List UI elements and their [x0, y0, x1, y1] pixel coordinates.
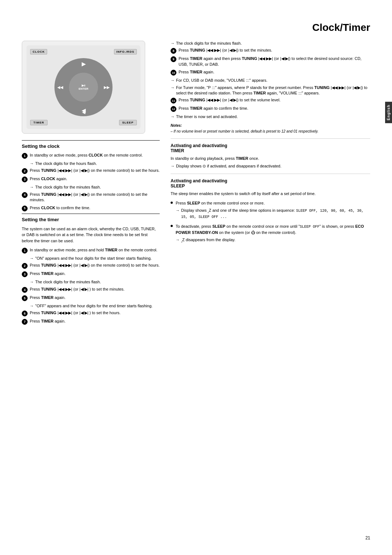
- sleep-button-label[interactable]: SLEEP: [119, 120, 137, 125]
- nav-circle: ▶ ◀ ◀◀ ▶▶ ▶II ENTER: [54, 58, 113, 116]
- clock-step-2: 2 Press TUNING |◀◀ ▶▶| (or |◀/▶|) on the…: [22, 168, 160, 174]
- arrow-t1: →: [30, 256, 34, 261]
- sleep-bullet-2-arrow-text: ₐZ disappears from the display.: [181, 237, 236, 243]
- step-num-4: 4: [22, 192, 28, 198]
- step-num-1: 1: [22, 153, 28, 159]
- info-rds-button-label[interactable]: INFO./RDS: [114, 49, 137, 54]
- divider-2: [171, 174, 370, 174]
- right-step-12-arrow-text: The timer is now set and activated.: [176, 114, 238, 119]
- timer-step-5: 5 Press TIMER again.: [22, 295, 160, 301]
- step-num-5: 5: [22, 206, 28, 211]
- timer-step-3-arrow-text: The clock digits for the minutes flash.: [35, 279, 101, 285]
- right-step-11: 11 Press TUNING |◀◀ ▶▶| (or |◀/▶|) to se…: [171, 97, 370, 104]
- sleep-bullet-1: Press SLEEP on the remote control once o…: [171, 200, 370, 221]
- remote-top-labels: CLOCK INFO./RDS: [30, 49, 137, 54]
- right-column: → The clock digits for the minutes flash…: [171, 41, 370, 327]
- right-step-10-arrow1-text: For CD, USB or DAB mode, "VOLUME :::" ap…: [176, 78, 268, 83]
- timer-step-num-1: 1: [22, 248, 28, 254]
- right-step-10-text: Press TIMER again.: [179, 69, 370, 75]
- nav-left-button[interactable]: ◀◀: [57, 85, 63, 89]
- nav-center-enter: ENTER: [78, 87, 88, 90]
- timer-step-1-text: In standby or active mode, press and hol…: [30, 247, 160, 253]
- right-steps-list: → The clock digits for the minutes flash…: [171, 41, 370, 120]
- sleep-bullet-2-text: To deactivate, press SLEEP on the remote…: [176, 223, 370, 245]
- activating-sleep-heading-line1: Activating and deactivating: [171, 178, 227, 183]
- timer-step-3: 3 Press TIMER again.: [22, 271, 160, 277]
- timer-step-7: 7 Press TIMER again.: [22, 319, 160, 325]
- arrow-t5: →: [30, 303, 34, 309]
- step-num-3: 3: [22, 177, 28, 182]
- nav-right-button[interactable]: ▶▶: [104, 85, 110, 89]
- timer-intro: The system can be used as an alarm clock…: [22, 226, 160, 244]
- setting-timer-heading: Setting the timer: [22, 214, 160, 222]
- arrow-timer-act: →: [171, 163, 175, 169]
- two-column-layout: CLOCK INFO./RDS ▶ ◀ ◀◀: [22, 41, 370, 327]
- clock-button-label[interactable]: CLOCK: [30, 49, 47, 54]
- clock-step-3-arrow-text: The clock digits for the minutes flash.: [35, 185, 101, 190]
- page-number: 21: [366, 535, 370, 540]
- notes-title: Notes:: [171, 123, 370, 127]
- right-step-num-12: 12: [171, 106, 176, 112]
- clock-step-5-text: Press CLOCK to confirm the time.: [30, 205, 160, 211]
- sleep-intro: The sleep timer enables the system to sw…: [171, 191, 370, 197]
- timer-step-5-text: Press TIMER again.: [30, 295, 160, 300]
- timer-steps-list: 1 In standby or active mode, press and h…: [22, 247, 160, 325]
- activating-timer-heading-line1: Activating and deactivating: [171, 143, 227, 148]
- activating-timer-arrow: → Display shows ⊙ if activated, and disa…: [171, 163, 370, 169]
- bullet-dot-1: [171, 202, 173, 204]
- timer-step-4: 4 Press TUNING |◀◀ ▶▶| (or |◀/▶| ) to se…: [22, 287, 160, 293]
- right-step-10-arrow1: → For CD, USB or DAB mode, "VOLUME :::" …: [171, 78, 370, 83]
- right-step-10-arrow2-text: For Tuner mode, "P :::" appears, where P…: [176, 85, 370, 96]
- notes-section: Notes: – If no volume level or preset nu…: [171, 123, 370, 134]
- sleep-bullet-1-text: Press SLEEP on the remote control once o…: [176, 200, 370, 221]
- clock-step-3-arrow: → The clock digits for the minutes flash…: [30, 185, 160, 190]
- sleep-bullet-1-arrow-text: Display shows ₐZ and one of the sleep ti…: [181, 208, 370, 220]
- right-step-12: 12 Press TIMER again to confirm the time…: [171, 106, 370, 112]
- timer-step-num-6: 6: [22, 311, 28, 316]
- clock-step-1-text: In standby or active mode, press CLOCK o…: [30, 153, 160, 158]
- right-step-10: 10 Press TIMER again.: [171, 69, 370, 76]
- arrow-t3: →: [30, 279, 34, 285]
- clock-step-3: 3 Press CLOCK again.: [22, 176, 160, 182]
- timer-step-3-text: Press TIMER again.: [30, 271, 160, 276]
- clock-step-1: 1 In standby or active mode, press CLOCK…: [22, 153, 160, 159]
- timer-step-6-text: Press TUNING |◀◀ ▶▶| (or |◀/▶| ) to set …: [30, 310, 160, 316]
- activating-timer-text: In standby or during playback, press TIM…: [171, 155, 370, 162]
- timer-step-1: 1 In standby or active mode, press and h…: [22, 247, 160, 254]
- nav-center-play: ▶II: [82, 84, 85, 87]
- clock-step-1-arrow: → The clock digits for the hours flash.: [30, 161, 160, 166]
- timer-button-label[interactable]: TIMER: [30, 120, 48, 125]
- remote-bottom-labels: TIMER SLEEP: [30, 120, 137, 125]
- arrow-sym-3: →: [30, 185, 34, 190]
- activating-timer-arrow-text: Display shows ⊙ if activated, and disapp…: [176, 163, 281, 169]
- arrow-r10b: →: [171, 85, 175, 90]
- clock-step-4-text: Press TUNING |◀◀ ▶▶| (or |◀/▶|) on the r…: [30, 192, 160, 203]
- nav-enter-button[interactable]: ▶II ENTER: [69, 73, 98, 102]
- timer-step-4-text: Press TUNING |◀◀ ▶▶| (or |◀/▶| ) to set …: [30, 287, 160, 292]
- right-step-8-text: Press TUNING |◀◀ ▶▶| (or |◀/▶|) to set t…: [179, 48, 370, 53]
- right-step-9: 9 Press TIMER again and then press TUNIN…: [171, 56, 370, 67]
- activating-sleep-heading-line2: SLEEP: [171, 183, 185, 189]
- arrow-r10a: →: [171, 78, 175, 83]
- notes-text: – If no volume level or preset number is…: [171, 129, 370, 134]
- remote-diagram: CLOCK INFO./RDS ▶ ◀ ◀◀: [22, 41, 145, 134]
- right-step-num-8: 8: [171, 48, 176, 54]
- sleep-bullet-2-arrow: → ₐZ disappears from the display.: [176, 237, 370, 243]
- timer-step-num-3: 3: [22, 271, 28, 277]
- divider-1: [171, 138, 370, 139]
- clock-step-5: 5 Press CLOCK to confirm the time.: [22, 205, 160, 211]
- timer-step-2: 2 Press TUNING |◀◀ ▶▶| (or |◀/▶|) on the…: [22, 263, 160, 269]
- activating-timer-heading: Activating and deactivating TIMER: [171, 143, 370, 153]
- nav-up-button[interactable]: ▶: [82, 61, 86, 67]
- activating-sleep-section: Activating and deactivating SLEEP The sl…: [171, 178, 370, 245]
- bullet-dot-2: [171, 225, 173, 227]
- sleep-bullet-1-arrow: → Display shows ₐZ and one of the sleep …: [176, 208, 370, 220]
- timer-step-1-arrow: → "ON" appears and the hour digits for t…: [30, 256, 160, 261]
- arrow-sym: →: [30, 161, 34, 166]
- right-step-10-arrow2: → For Tuner mode, "P :::" appears, where…: [171, 85, 370, 96]
- right-step-num-10: 10: [171, 70, 176, 76]
- activating-sleep-heading: Activating and deactivating SLEEP: [171, 178, 370, 189]
- english-tab: English: [385, 102, 392, 123]
- nav-skip-button[interactable]: ◀: [82, 110, 85, 115]
- right-step-12-text: Press TIMER again to confirm the time.: [179, 106, 370, 111]
